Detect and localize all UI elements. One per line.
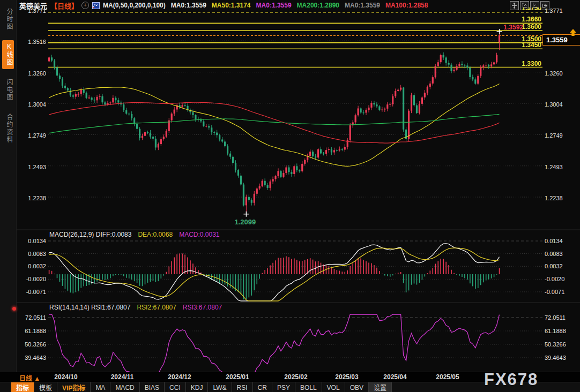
sidebar-tab-item[interactable]: 合约资料 — [2, 111, 14, 146]
ma-value: MA100:1.2858 — [385, 2, 428, 9]
period-tag[interactable]: 【日线】 — [50, 1, 78, 11]
axis-label: 0.0134 — [545, 238, 563, 244]
macd-params: MACD(26,12,9) DIFF:0.0083 — [49, 231, 131, 238]
toolbar-button-obv[interactable]: OBV — [345, 382, 369, 392]
period-selector[interactable]: 日线 ▲ — [19, 373, 40, 382]
toolbar-button-cci[interactable]: CCI — [165, 382, 186, 392]
ma-value: MA0:1.3559 — [171, 2, 206, 9]
macd-dea-value: DEA:0.0068 — [138, 231, 173, 238]
axis-label: 1.3771 — [28, 7, 46, 14]
axis-label: 0.0083 — [28, 251, 46, 257]
axis-label: 1.3260 — [28, 70, 46, 77]
rsi-header: RSI(14,14,14) RSI1:67.0807 RSI2:67.0807 … — [49, 304, 222, 311]
ma-value: MA50:1.3174 — [212, 2, 251, 9]
toolbar-button-boll[interactable]: BOLL — [295, 382, 322, 392]
indicator-toolbar: 指标模板VIP指标MAMACDBIASCCIKDJLW&RSICRPSYBOLL… — [0, 382, 580, 392]
toolbar-button-rsi[interactable]: RSI — [232, 382, 253, 392]
rsi2-value: RSI2:67.0807 — [137, 304, 176, 311]
toolbar-button-vol[interactable]: VOL — [322, 382, 345, 392]
chart-header: 英镑美元 【日线】 + MA(0,50,0,200,0,100)MA0:1.35… — [19, 1, 433, 10]
axis-label: 61.1888 — [545, 328, 566, 334]
toolbar-button-bias[interactable]: BIAS — [140, 382, 165, 392]
axis-label: 1.3004 — [545, 101, 563, 108]
axis-label: 1.2238 — [545, 195, 563, 201]
axis-label: 1.3260 — [545, 70, 563, 77]
axis-label: 0.0032 — [545, 263, 563, 269]
axis-label: -0.0020 — [545, 276, 564, 282]
rsi3-value: RSI3:67.0807 — [183, 304, 222, 311]
x-axis-month-label: 2025/05 — [436, 373, 459, 381]
axis-label: 50.3266 — [545, 341, 566, 348]
record-dot-icon — [12, 307, 16, 311]
axis-label: 1.2493 — [28, 164, 46, 170]
ma-value: MA0:1.3559 — [345, 2, 380, 9]
axis-label: -0.0071 — [26, 289, 46, 295]
price-up-arrow-icon — [569, 29, 577, 36]
axis-label: -0.0071 — [545, 289, 564, 295]
level-price-label: 1.3750 — [522, 7, 541, 12]
x-axis-month-label: 2024/10 — [54, 373, 77, 381]
level-price-label: 1.3300 — [522, 60, 541, 67]
axis-label: 0.0032 — [28, 263, 46, 269]
toolbar-button-[interactable]: 指标 — [11, 382, 34, 392]
ma-readout: MA(0,50,0,200,0,100)MA0:1.3559MA50:1.317… — [103, 2, 433, 9]
axis-label: 61.1888 — [25, 328, 46, 334]
axis-label: 1.2493 — [545, 164, 563, 170]
axis-label: 0.0083 — [545, 251, 563, 257]
x-axis-month-label: 2024/11 — [111, 373, 134, 381]
axis-label: -0.0020 — [26, 276, 46, 282]
rsi-params: RSI(14,14,14) RSI1:67.0807 — [49, 304, 130, 311]
toolbar-button-vip[interactable]: VIP指标 — [57, 382, 91, 392]
axis-label: 1.2238 — [28, 195, 46, 201]
x-axis-month-label: 2025/03 — [335, 373, 358, 381]
axis-label: 39.4643 — [25, 355, 46, 361]
axis-label: 0.0134 — [28, 238, 46, 244]
toolbar-button-macd[interactable]: MACD — [110, 382, 139, 392]
macd-value: MACD:0.0031 — [179, 231, 219, 238]
ma-value: MA200:1.2890 — [297, 2, 339, 9]
axis-label: 50.3266 — [25, 341, 46, 348]
level-price-label: 1.3660 — [522, 16, 541, 23]
toolbar-button-ma[interactable]: MA — [91, 382, 110, 392]
axis-label: 72.0511 — [25, 314, 46, 321]
x-axis-month-label: 2025/02 — [284, 373, 307, 381]
mini-chart-icon[interactable] — [92, 2, 100, 9]
x-axis-month-label: 2025/04 — [383, 373, 406, 381]
expand-icon[interactable]: + — [81, 2, 89, 9]
toolbar-button-lw[interactable]: LW& — [208, 382, 232, 392]
ma-value: MA(0,50,0,200,0,100) — [103, 2, 166, 9]
toolbar-button-cr[interactable]: CR — [253, 382, 272, 392]
macd-header: MACD(26,12,9) DIFF:0.0083 DEA:0.0068 MAC… — [49, 231, 220, 238]
axis-label: 1.2749 — [545, 132, 563, 139]
toolbar-button-[interactable]: 模板 — [34, 382, 57, 392]
level-price-label: 1.3600 — [522, 23, 541, 31]
axis-label: 72.0511 — [545, 314, 566, 321]
axis-label: 1.3516 — [28, 39, 46, 45]
toolbar-button-[interactable]: 设置 — [369, 382, 392, 392]
x-axis-row: 日线 ▲ 2024/102024/112024/122025/012025/02… — [0, 372, 580, 382]
level-price-label: 1.3450 — [522, 41, 541, 49]
axis-label: 1.3004 — [28, 101, 46, 108]
day-high-label: 1.3592 — [503, 24, 523, 31]
axis-label: 1.2749 — [28, 132, 46, 139]
left-sidebar: 分时图K线图闪电图合约资料 — [0, 0, 17, 372]
low-price-label: 1.2099 — [234, 218, 256, 226]
ma-value: MA0:1.3559 — [256, 2, 292, 9]
current-price-box: 1.3559 — [542, 34, 580, 46]
axis-label: 1.3771 — [545, 7, 563, 14]
chart-canvas[interactable] — [0, 0, 580, 392]
sidebar-tab-item[interactable]: 闪电图 — [2, 76, 14, 104]
sidebar-tab-item[interactable]: 分时图 — [2, 5, 14, 33]
trading-app-window: 分时图K线图闪电图合约资料 英镑美元 【日线】 + MA(0,50,0,200,… — [0, 0, 580, 392]
x-axis-month-label: 2025/01 — [226, 373, 249, 381]
x-axis-month-label: 2024/12 — [168, 373, 191, 381]
axis-label: 39.4643 — [545, 355, 566, 361]
move-icon[interactable] — [510, 1, 519, 10]
toolbar-button-psy[interactable]: PSY — [272, 382, 295, 392]
toolbar-button-kdj[interactable]: KDJ — [186, 382, 209, 392]
sidebar-tab-active[interactable]: K线图 — [2, 40, 14, 69]
